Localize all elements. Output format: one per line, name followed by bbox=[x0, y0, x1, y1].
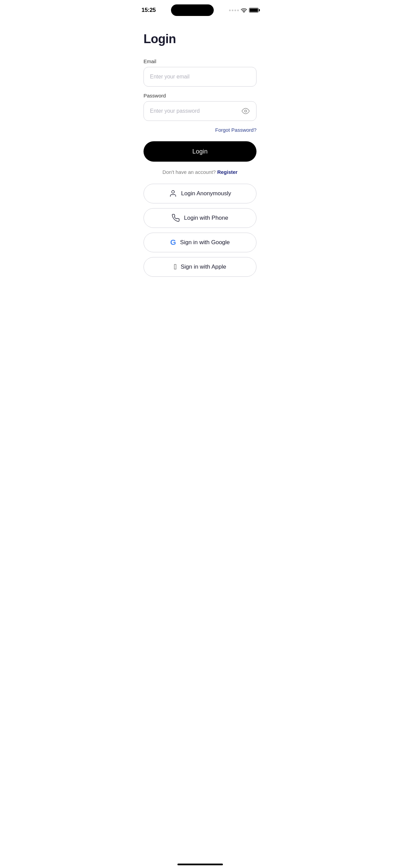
google-icon: G bbox=[170, 239, 176, 246]
apple-icon:  bbox=[174, 263, 176, 271]
login-google-button[interactable]: G Sign in with Google bbox=[144, 233, 256, 252]
login-apple-button[interactable]:  Sign in with Apple bbox=[144, 257, 256, 277]
forgot-password-row: Forgot Password? bbox=[144, 127, 256, 133]
signal-icon bbox=[229, 10, 239, 11]
login-phone-button[interactable]: Login with Phone bbox=[144, 208, 256, 228]
login-button[interactable]: Login bbox=[144, 141, 256, 162]
password-label: Password bbox=[144, 93, 256, 98]
login-apple-label: Sign in with Apple bbox=[180, 264, 226, 270]
page-title: Login bbox=[144, 32, 256, 46]
register-prompt: Don't have an account? bbox=[163, 169, 216, 175]
login-anonymous-label: Login Anonymously bbox=[181, 190, 231, 197]
phone-icon bbox=[172, 214, 180, 222]
email-input[interactable] bbox=[144, 67, 256, 87]
email-input-wrapper bbox=[144, 67, 256, 87]
main-content: Login Email Password Forgot Password? Lo… bbox=[133, 18, 267, 290]
password-field-group: Password bbox=[144, 93, 256, 121]
status-bar: 15:25 bbox=[133, 0, 267, 18]
notch bbox=[171, 4, 214, 16]
email-label: Email bbox=[144, 58, 256, 64]
eye-icon bbox=[242, 107, 250, 115]
wifi-icon bbox=[241, 8, 247, 13]
email-field-group: Email bbox=[144, 58, 256, 87]
password-toggle-button[interactable] bbox=[240, 106, 251, 116]
forgot-password-link[interactable]: Forgot Password? bbox=[215, 127, 256, 133]
person-icon bbox=[169, 189, 177, 198]
login-phone-label: Login with Phone bbox=[184, 215, 228, 221]
svg-point-0 bbox=[244, 12, 244, 13]
login-google-label: Sign in with Google bbox=[180, 239, 230, 246]
status-icons bbox=[229, 8, 259, 13]
register-row: Don't have an account? Register bbox=[144, 169, 256, 175]
password-input[interactable] bbox=[144, 101, 256, 121]
register-link[interactable]: Register bbox=[217, 169, 237, 175]
battery-icon bbox=[249, 8, 259, 13]
password-input-wrapper bbox=[144, 101, 256, 121]
svg-point-2 bbox=[172, 191, 174, 193]
login-anonymous-button[interactable]: Login Anonymously bbox=[144, 184, 256, 203]
status-time: 15:25 bbox=[141, 7, 156, 14]
svg-point-1 bbox=[245, 110, 247, 112]
